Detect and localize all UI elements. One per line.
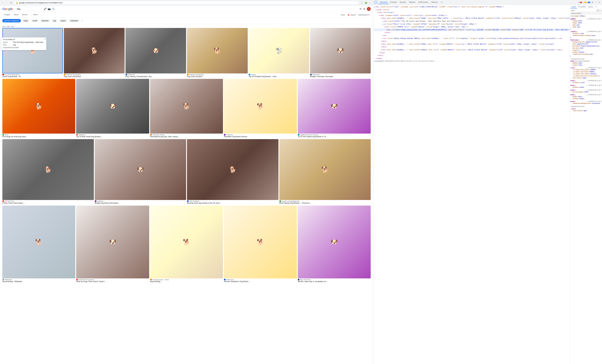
- image-thumb[interactable]: 🐶: [298, 206, 371, 278]
- pseudo-cls-button[interactable]: .cls: [600, 9, 602, 11]
- image-thumb[interactable]: 🐶: [298, 79, 371, 134]
- filter-chip-clipart[interactable]: clipart: [59, 19, 67, 22]
- image-thumb[interactable]: 🐕: [2, 79, 75, 134]
- saved-button[interactable]: 🔖 Saved: [346, 13, 357, 17]
- back-button[interactable]: ←: [1, 1, 5, 5]
- tree-line[interactable]: ▶<div jsname="r5x14" class="islrc" role=…: [374, 14, 569, 17]
- list-item[interactable]: 🐶 Nylabone Top 10 Best Small Dog Breeds …: [76, 79, 149, 138]
- dt-tab-elements[interactable]: Elements: [378, 0, 389, 4]
- filter-chip-big[interactable]: big: [52, 19, 57, 22]
- image-thumb[interactable]: 🐕: [2, 28, 63, 73]
- image-thumb[interactable]: 🐕: [187, 28, 247, 73]
- image-thumb[interactable]: 🐕: [2, 206, 75, 278]
- tree-line[interactable]: ▶<a class="iGVLpd hOGaqe RoKtbb lNHeoe" …: [374, 37, 569, 40]
- tooltip-close-button[interactable]: ✕: [44, 38, 46, 40]
- tree-line[interactable]: ▼<div id="islrg">: [374, 11, 569, 14]
- styles-tab-more[interactable]: >>: [594, 5, 598, 8]
- tree-line[interactable]: ▼<div data-ved="2ahUKEwj..." data-hveid=…: [374, 43, 569, 46]
- list-item[interactable]: 🐕 Britannica German Shepherd | Dog Breed…: [224, 206, 297, 283]
- image-thumb[interactable]: 🐶: [126, 28, 186, 73]
- list-item[interactable]: 🐶 New York Post World's cutest dog' is c…: [298, 206, 371, 283]
- list-item[interactable]: 🐕 The Guardian Banning some dog breeds i…: [187, 139, 279, 204]
- image-thumb[interactable]: 🐕: [2, 139, 94, 200]
- tab-images[interactable]: Images: [2, 12, 12, 17]
- styles-tab-computed[interactable]: Computed: [577, 5, 587, 8]
- list-item[interactable]: 🐕 DK Find Out! a Dog | Facts About Dogs …: [2, 139, 94, 204]
- dt-tab-more[interactable]: >>: [439, 0, 444, 4]
- tree-line[interactable]: </div>: [374, 54, 569, 57]
- filter-chip-labrador[interactable]: labrador: [40, 19, 50, 22]
- list-item[interactable]: 🐕 kb.rspca.org.au - rspca dog breeding .…: [150, 206, 223, 283]
- reload-button[interactable]: ↻: [9, 1, 13, 5]
- image-thumb[interactable]: 🐩: [248, 28, 309, 73]
- apps-icon[interactable]: ⊞: [363, 8, 365, 10]
- tools-button[interactable]: Tools: [340, 13, 346, 17]
- html-tree-panel[interactable]: ▶<div jscontroller="rc2wr" jsshadow jsac…: [373, 5, 570, 364]
- filter-chip-small[interactable]: small: [31, 19, 39, 22]
- search-box[interactable]: 🎤 📷 🔍: [15, 7, 47, 11]
- settings-button[interactable]: ⚙: [591, 1, 594, 4]
- chrome-menu-button[interactable]: ⋮: [368, 1, 372, 5]
- tab-more[interactable]: ⋮ More: [29, 12, 39, 17]
- list-item[interactable]: 🐶 Highland Canine Training 15 Of The Fas…: [298, 79, 371, 138]
- image-thumb[interactable]: 🐕: [224, 206, 297, 278]
- forward-button[interactable]: →: [5, 1, 9, 5]
- list-item[interactable]: 🐕 Hindustan Times International Dog Day:…: [150, 79, 223, 138]
- dt-tab-console[interactable]: Console: [389, 0, 398, 4]
- styles-tab-layout[interactable]: Layout: [587, 5, 594, 8]
- tab-books[interactable]: Books: [20, 12, 29, 17]
- tree-line[interactable]: ▶<h3 class="bytUYc">The 30 Cutest Dog Br…: [374, 20, 569, 23]
- tab-news[interactable]: News: [12, 12, 21, 17]
- address-bar[interactable]: 🔒 google.com/search?q=dog&source=lnms&tb…: [14, 1, 359, 5]
- mic-icon[interactable]: 🎤: [44, 8, 47, 10]
- tree-line[interactable]: ▶<a class="FRuiCf islib nfEiy" jsname="s…: [374, 23, 569, 26]
- image-thumb[interactable]: 🐕: [150, 206, 223, 278]
- tree-line[interactable]: </span>: [374, 57, 569, 60]
- list-item[interactable]: 🐕 National Geographic Dog, facts and pho…: [64, 28, 124, 78]
- image-thumb[interactable]: 🐕: [150, 79, 223, 134]
- filter-more-arrow[interactable]: ›: [81, 19, 83, 23]
- image-thumb[interactable]: 🐕: [279, 139, 371, 200]
- list-item[interactable]: 🐶 Britannica Dog | History, Domesticatio…: [126, 28, 186, 78]
- tree-line[interactable]: </div>: [374, 31, 569, 34]
- tree-line[interactable]: ▼<div data-ved="2ahUKEwj..." data-hveid=…: [374, 17, 569, 20]
- list-item[interactable]: 🐕 Hartz Five things all small dog owne..…: [2, 79, 75, 138]
- image-grid-container[interactable]: ACCESSIBILITY Name The 30 Cutest Dog Bre…: [0, 24, 373, 364]
- list-item[interactable]: 🐕 DogTime Rottweiler Dog Breed Informa..…: [224, 79, 297, 138]
- tree-line[interactable]: ▼<div data-ved="2ahUKEwj..." data-hveid=…: [374, 48, 569, 51]
- more-button[interactable]: ⋮: [594, 1, 597, 4]
- camera-icon[interactable]: 📷: [48, 8, 51, 10]
- dt-tab-network[interactable]: Network: [408, 0, 417, 4]
- tree-line[interactable]: </div>: [374, 51, 569, 54]
- close-devtools-button[interactable]: ✕: [598, 1, 601, 4]
- dt-tab-memory[interactable]: Memory: [430, 0, 439, 4]
- list-item[interactable]: 🐶 ASPCA Pet Insurance What Do Dogs Think…: [76, 206, 149, 283]
- list-item[interactable]: 🐕 Country Living Magazine Most Popular D…: [279, 139, 371, 204]
- filter-chip-rottweiler[interactable]: rottweiler: [68, 19, 80, 22]
- dt-tab-sources[interactable]: Sources: [398, 0, 408, 4]
- image-thumb[interactable]: 🐕: [64, 28, 124, 73]
- tree-line-selected[interactable]: <img src="data:image/jpeg;base64,/9j;zo1…: [374, 28, 569, 31]
- list-item[interactable]: 🐶 DogTime Beagle Dog Breed Information .…: [95, 139, 186, 204]
- extensions-button[interactable]: 🧩: [364, 1, 368, 5]
- filter-chip-german-shepherd[interactable]: german shepherd: [2, 19, 21, 22]
- list-item[interactable]: 🐕 National Geographic Dog, facts and pho…: [187, 28, 247, 78]
- image-thumb[interactable]: 🐶: [76, 79, 149, 134]
- tree-line[interactable]: </div>: [374, 40, 569, 43]
- safesearch-button[interactable]: SafeSearch ▾: [357, 13, 371, 17]
- tree-line[interactable]: ▶<div jscontroller="rc2wr" jsshadow jsac…: [374, 5, 569, 8]
- dt-tab-performance[interactable]: Performance: [417, 0, 430, 4]
- tree-line[interactable]: ▶<span jsslot>: [374, 8, 569, 11]
- list-item[interactable]: 🐕 Wikipedia Dog breeding - Wikipedia: [2, 206, 75, 283]
- list-item[interactable]: 🐶 Britannica Beagle | Overview, Descript…: [310, 28, 371, 78]
- tree-line[interactable]: </div>: [374, 45, 569, 48]
- list-item[interactable]: 🐕 Good Housekeeping Cutest Dog Breeds – …: [2, 28, 63, 78]
- styles-tab-styles[interactable]: Styles: [570, 5, 577, 8]
- avatar[interactable]: U: [367, 7, 371, 11]
- image-thumb[interactable]: 🐶: [310, 28, 371, 73]
- search-icon[interactable]: 🔍: [52, 8, 55, 10]
- tree-line[interactable]: </a>: [374, 34, 569, 37]
- inspect-mode-button[interactable]: ⬚: [374, 1, 377, 4]
- image-thumb[interactable]: 🐶: [95, 139, 186, 200]
- styles-filter-input[interactable]: [575, 10, 595, 11]
